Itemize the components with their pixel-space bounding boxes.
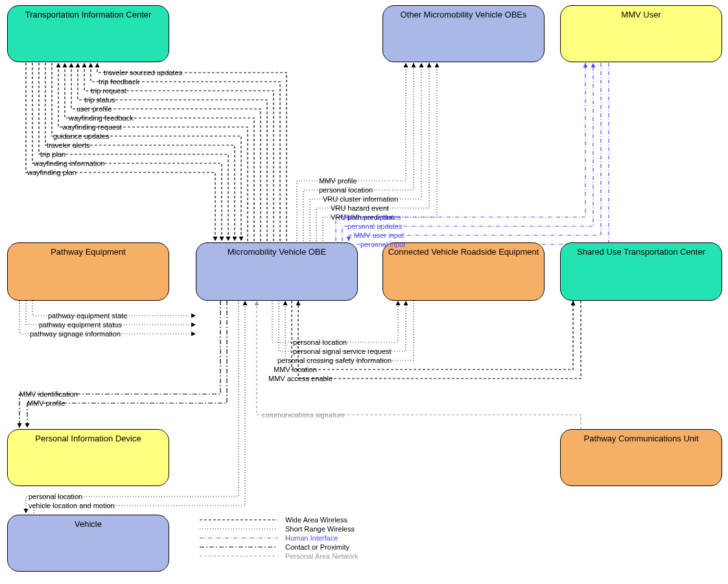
flow-label: user profile — [76, 105, 112, 113]
flow-label: wayfinding information — [34, 159, 104, 167]
box-veh[interactable]: Vehicle — [7, 515, 169, 572]
box-label: Transportation Information Center — [25, 10, 152, 19]
box-pcu[interactable]: Pathway Communications Unit — [560, 429, 722, 486]
box-label: Personal Information Device — [35, 434, 141, 443]
box-pe[interactable]: Pathway Equipment — [7, 242, 169, 301]
box-label: MMV User — [621, 10, 661, 19]
legend-cp: Contact or Proximity — [285, 543, 349, 551]
flow-label: MMV location — [274, 366, 317, 373]
box-label: Other Micromobility Vehicle OBEs — [400, 10, 526, 19]
box-mmvu[interactable]: MMV User — [560, 5, 722, 62]
box-cvre[interactable]: Connected Vehicle Roadside Equipment — [382, 242, 545, 301]
flow-label: trip plan — [40, 150, 65, 158]
box-omvo[interactable]: Other Micromobility Vehicle OBEs — [382, 5, 545, 62]
diagram-canvas: Transportation Information Center Other … — [0, 0, 728, 584]
box-label: Shared Use Transportation Center — [577, 247, 705, 257]
flow-label: pathway signage information — [30, 330, 121, 338]
flow-label: pathway equipment status — [39, 321, 122, 329]
flow-label: MMV identification — [19, 390, 78, 398]
flow-label: wayfinding feedback — [69, 114, 134, 122]
box-label: Vehicle — [75, 519, 102, 529]
flow-label: trip request — [91, 87, 126, 95]
flow-label: wayfinding plan — [27, 169, 76, 176]
flow-label: VRU cluster information — [323, 195, 398, 203]
box-pid[interactable]: Personal Information Device — [7, 429, 169, 486]
flow-label: personal updates — [347, 222, 402, 230]
box-label: Pathway Communications Unit — [583, 434, 698, 443]
box-sutc[interactable]: Shared Use Transportation Center — [560, 242, 722, 301]
flow-label: wayfinding request — [62, 123, 122, 131]
flow-label: traveler sourced updates — [104, 69, 182, 76]
legend-pan: Personal Area Network — [285, 552, 358, 560]
flow-label: pathway equipment state — [48, 312, 127, 320]
box-mvo[interactable]: Micromobility Vehicle OBE — [196, 242, 358, 301]
flow-label: MMV profile — [319, 177, 357, 185]
legend-waw: Wide Area Wireless — [285, 516, 347, 524]
flow-label: personal signal service request — [293, 347, 392, 355]
legend-srw: Short Range Wireless — [285, 525, 355, 533]
flow-label: vehicle location and motion — [29, 502, 115, 509]
flow-label: personal crossing safety information — [277, 356, 392, 364]
flow-label: personal location — [293, 338, 347, 346]
flow-label: VRU hazard event — [331, 204, 389, 212]
flow-label: guidance updates — [53, 132, 110, 140]
flow-label: MMV access enable — [268, 375, 333, 382]
flow-label: trip status — [84, 96, 115, 104]
legend-hi: Human Interface — [285, 534, 338, 542]
flow-label: personal location — [319, 186, 373, 194]
flow-label: personal input — [360, 240, 405, 248]
flow-label: traveler alerts — [47, 141, 90, 149]
flow-label: MMV user updates — [341, 213, 401, 221]
box-label: Connected Vehicle Roadside Equipment — [388, 247, 539, 257]
flow-label: MMV profile — [27, 399, 65, 407]
flow-label: trip feedback — [99, 78, 139, 86]
flow-label: personal location — [29, 493, 82, 500]
box-label: Micromobility Vehicle OBE — [228, 247, 326, 257]
box-tic[interactable]: Transportation Information Center — [7, 5, 169, 62]
flow-label: MMV user input — [354, 231, 404, 239]
flow-label: communications signature — [262, 411, 345, 419]
box-label: Pathway Equipment — [51, 247, 126, 257]
